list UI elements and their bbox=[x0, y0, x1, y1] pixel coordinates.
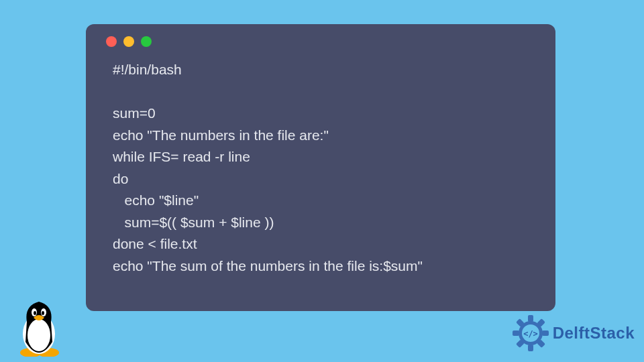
code-window: #!/bin/bash sum=0 echo "The numbers in t… bbox=[86, 24, 555, 311]
code-line: while IFS= read -r line bbox=[113, 149, 250, 164]
code-line: #!/bin/bash bbox=[113, 62, 182, 77]
linux-tux-icon bbox=[11, 295, 67, 357]
svg-rect-9 bbox=[528, 345, 533, 351]
delftstack-logo: </> DelftStack bbox=[513, 315, 635, 351]
gear-icon: </> bbox=[513, 315, 549, 351]
svg-rect-8 bbox=[528, 315, 533, 322]
code-line: echo "The sum of the numbers in the file… bbox=[113, 258, 423, 274]
svg-rect-11 bbox=[542, 330, 549, 336]
svg-rect-10 bbox=[513, 330, 519, 336]
code-line: sum=0 bbox=[113, 105, 156, 121]
code-line: echo "$line" bbox=[113, 192, 199, 208]
svg-point-6 bbox=[34, 311, 36, 315]
brand-name: DelftStack bbox=[553, 324, 635, 343]
maximize-icon bbox=[141, 36, 152, 47]
svg-point-7 bbox=[42, 311, 44, 315]
close-icon bbox=[106, 36, 117, 47]
svg-text:</>: </> bbox=[523, 329, 538, 339]
code-line: echo "The numbers in the file are:" bbox=[113, 127, 329, 143]
window-controls bbox=[106, 36, 541, 47]
code-line: done < file.txt bbox=[113, 236, 197, 251]
code-line: do bbox=[113, 171, 128, 186]
code-line: sum=$(( $sum + $line )) bbox=[113, 215, 274, 230]
code-body: #!/bin/bash sum=0 echo "The numbers in t… bbox=[101, 59, 541, 277]
minimize-icon bbox=[123, 36, 134, 47]
svg-point-3 bbox=[28, 319, 50, 351]
